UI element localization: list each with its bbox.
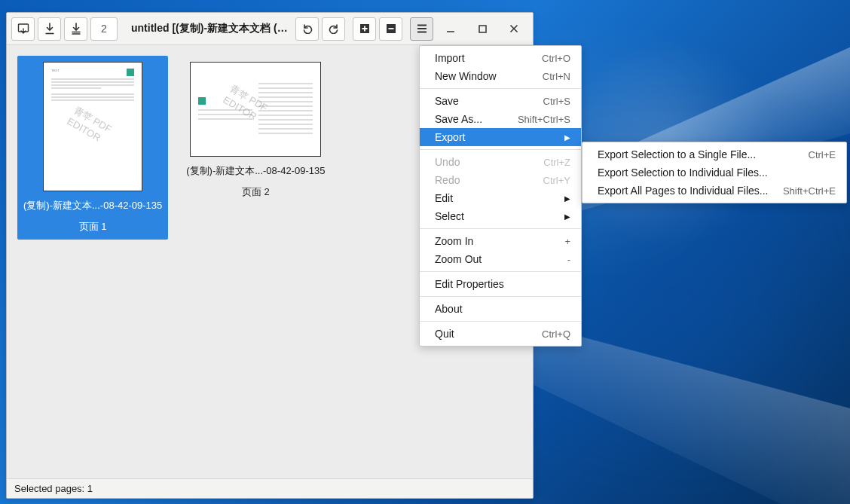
menu-item-export-all-individual[interactable]: Export All Pages to Individual Files...S… (582, 182, 846, 200)
close-icon (509, 24, 518, 33)
window-title: untitled [(复制)-新建文本文档 (2... (131, 22, 288, 35)
menu-item-export[interactable]: Export▶ (420, 128, 581, 146)
page-filename: (复制)-新建文本...-08-42-09-135 (23, 199, 162, 212)
maximize-button[interactable] (468, 17, 497, 41)
menu-separator (420, 321, 581, 322)
menu-item-import[interactable]: ImportCtrl+O (420, 49, 581, 67)
main-menu: ImportCtrl+O New WindowCtrl+N SaveCtrl+S… (419, 45, 582, 347)
save-button[interactable] (11, 17, 35, 41)
page-thumbnail[interactable]: TEXT 青苹 PDF EDITOR (43, 62, 142, 191)
zoom-in-button[interactable] (353, 17, 376, 41)
menu-item-select[interactable]: Select▶ (420, 207, 581, 225)
svg-rect-3 (479, 26, 486, 32)
save-icon (17, 23, 29, 35)
menu-item-edit-properties[interactable]: Edit Properties (420, 275, 581, 293)
menu-item-save[interactable]: SaveCtrl+S (420, 92, 581, 110)
submenu-arrow-icon: ▶ (564, 194, 570, 203)
menu-separator (420, 228, 581, 229)
watermark: 青苹 PDF EDITOR (66, 103, 121, 149)
status-text: Selected pages: 1 (14, 483, 93, 494)
menu-item-zoom-in[interactable]: Zoom In+ (420, 232, 581, 250)
toolbar: untitled [(复制)-新建文本文档 (2... (7, 13, 533, 45)
menu-item-zoom-out[interactable]: Zoom Out- (420, 250, 581, 268)
menu-item-save-as[interactable]: Save As...Shift+Ctrl+S (420, 110, 581, 128)
page-number-label: 页面 1 (79, 220, 107, 234)
import-icon (44, 23, 55, 35)
rotate-ccw-button[interactable] (295, 17, 319, 41)
import-button[interactable] (38, 17, 61, 41)
rotate-cw-icon (329, 23, 339, 34)
maximize-icon (479, 25, 487, 33)
import-at-icon (71, 23, 81, 35)
export-submenu: Export Selection to a Single File...Ctrl… (582, 142, 847, 203)
rotate-ccw-icon (302, 23, 313, 34)
page-filename: (复制)-新建文本...-08-42-09-135 (186, 164, 325, 178)
zoom-out-button[interactable] (379, 17, 402, 41)
menu-separator (420, 296, 581, 297)
menu-separator (420, 271, 581, 272)
minimize-button[interactable] (436, 17, 465, 41)
rotate-cw-button[interactable] (322, 17, 345, 41)
page-tile[interactable]: TEXT 青苹 PDF EDITOR (复制)-新建文本...-08-42-09… (17, 56, 168, 240)
menu-item-export-selection-single[interactable]: Export Selection to a Single File...Ctrl… (582, 145, 846, 163)
page-number-label: 页面 2 (242, 185, 270, 199)
import-at-position-button[interactable] (64, 17, 87, 41)
page-thumbnail[interactable]: 青苹 PDF EDITOR (190, 62, 321, 157)
zoom-out-icon (386, 23, 396, 34)
submenu-arrow-icon: ▶ (564, 212, 570, 221)
menu-separator (420, 88, 581, 89)
status-bar: Selected pages: 1 (7, 478, 533, 498)
menu-item-redo: RedoCtrl+Y (420, 171, 581, 189)
menu-item-new-window[interactable]: New WindowCtrl+N (420, 67, 581, 85)
submenu-arrow-icon: ▶ (564, 133, 570, 142)
hamburger-icon (417, 24, 427, 33)
menu-separator (420, 149, 581, 150)
menu-item-quit[interactable]: QuitCtrl+Q (420, 325, 581, 343)
menu-item-edit[interactable]: Edit▶ (420, 189, 581, 207)
page-number-input[interactable] (90, 17, 118, 41)
menu-item-export-selection-individual[interactable]: Export Selection to Individual Files... (582, 163, 846, 182)
zoom-in-icon (359, 23, 370, 34)
menu-item-undo: UndoCtrl+Z (420, 153, 581, 171)
page-tile[interactable]: 青苹 PDF EDITOR (复制)-新建文本...-08-42-09-135 … (180, 56, 331, 205)
close-button[interactable] (500, 17, 528, 41)
minimize-icon (446, 24, 455, 33)
hamburger-menu-button[interactable] (410, 17, 433, 41)
menu-item-about[interactable]: About (420, 300, 581, 318)
